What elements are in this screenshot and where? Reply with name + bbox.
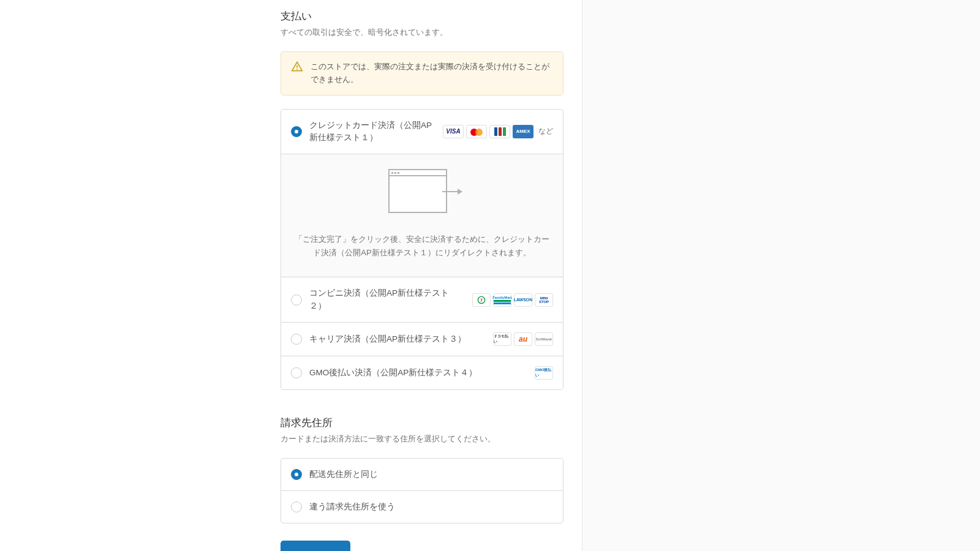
payment-method-group: クレジットカード決済（公開AP新仕様テスト１） VISA AMEX など 「ご注… xyxy=(281,109,564,390)
ministop-icon: MINI STOP xyxy=(535,293,553,307)
payment-method-label: コンビニ決済（公開AP新仕様テスト２） xyxy=(309,287,465,312)
softbank-icon: SoftBank xyxy=(535,332,553,346)
jcb-icon xyxy=(489,125,510,138)
radio-icon xyxy=(291,367,302,378)
billing-different-address[interactable]: 違う請求先住所を使う xyxy=(281,490,563,523)
au-icon: au xyxy=(514,332,532,346)
gmo-icon-wrap: GMO後払い xyxy=(535,366,553,380)
gmo-icon: GMO後払い xyxy=(535,366,553,380)
redirect-illustration-icon xyxy=(382,169,462,220)
action-row: ご注文完了 配送に戻る xyxy=(281,541,564,551)
seven-eleven-icon: 7 xyxy=(472,293,491,307)
radio-icon xyxy=(291,501,302,512)
payment-title: 支払い xyxy=(281,9,564,23)
conv-store-icons: 7 FamilyMart LAWSON MINI STOP xyxy=(472,293,553,307)
card-brand-icons: VISA AMEX など xyxy=(443,125,553,138)
svg-text:7: 7 xyxy=(480,298,483,302)
store-notice: このストアでは、実際の注文または実際の決済を受け付けることができません。 xyxy=(281,51,564,96)
complete-order-button[interactable]: ご注文完了 xyxy=(281,541,350,551)
payment-method-carrier[interactable]: キャリア決済（公開AP新仕様テスト３） ドコモ払い au SoftBank xyxy=(281,322,563,356)
notice-text: このストアでは、実際の注文または実際の決済を受け付けることができません。 xyxy=(311,61,553,86)
billing-same-as-shipping[interactable]: 配送先住所と同じ xyxy=(281,459,563,490)
lawson-icon: LAWSON xyxy=(514,293,532,307)
payment-method-gmo[interactable]: GMO後払い決済（公開AP新仕様テスト４） GMO後払い xyxy=(281,356,563,389)
billing-option-label: 違う請求先住所を使う xyxy=(309,501,553,513)
payment-method-label: クレジットカード決済（公開AP新仕様テスト１） xyxy=(309,119,435,144)
amex-icon: AMEX xyxy=(513,125,533,138)
visa-icon: VISA xyxy=(443,125,464,138)
payment-subtitle: すべての取引は安全で、暗号化されています。 xyxy=(281,27,564,38)
familymart-icon: FamilyMart xyxy=(493,293,511,307)
payment-method-label: GMO後払い決済（公開AP新仕様テスト４） xyxy=(309,367,527,379)
radio-icon xyxy=(291,469,302,480)
order-summary-pane xyxy=(582,0,980,551)
redirect-text: 「ご注文完了」をクリック後、安全に決済するために、クレジットカード決済（公開AP… xyxy=(292,233,552,260)
mastercard-icon xyxy=(466,125,487,138)
radio-icon xyxy=(291,334,302,345)
docomo-icon: ドコモ払い xyxy=(493,332,511,346)
billing-subtitle: カードまたは決済方法に一致する住所を選択してください。 xyxy=(281,433,564,444)
radio-icon xyxy=(291,126,302,137)
radio-icon xyxy=(291,294,302,305)
payment-method-expand: 「ご注文完了」をクリック後、安全に決済するために、クレジットカード決済（公開AP… xyxy=(281,154,563,277)
billing-title: 請求先住所 xyxy=(281,416,564,430)
payment-method-label: キャリア決済（公開AP新仕様テスト３） xyxy=(309,333,486,345)
svg-point-1 xyxy=(296,69,298,70)
billing-address-group: 配送先住所と同じ 違う請求先住所を使う xyxy=(281,458,564,524)
billing-option-label: 配送先住所と同じ xyxy=(309,468,553,481)
payment-method-convenience[interactable]: コンビニ決済（公開AP新仕様テスト２） 7 FamilyMart LAWSON … xyxy=(281,277,563,322)
payment-method-credit-card[interactable]: クレジットカード決済（公開AP新仕様テスト１） VISA AMEX など xyxy=(281,110,563,154)
etc-label: など xyxy=(538,126,553,137)
carrier-icons: ドコモ払い au SoftBank xyxy=(493,332,553,346)
warning-icon xyxy=(291,61,303,73)
